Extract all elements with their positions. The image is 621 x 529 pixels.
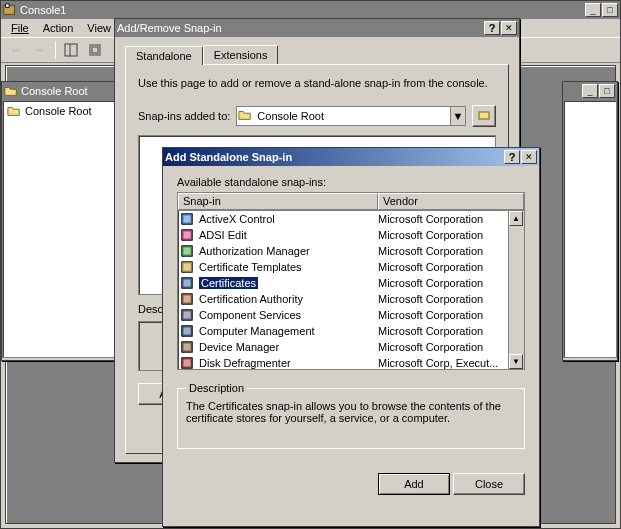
list-item[interactable]: CertificatesMicrosoft Corporation <box>178 275 524 291</box>
add-button[interactable]: Add <box>378 473 450 495</box>
added-to-input[interactable] <box>236 106 450 126</box>
snapin-list[interactable]: Snap-in Vendor ActiveX ControlMicrosoft … <box>177 192 525 370</box>
add-standalone-title: Add Standalone Snap-in <box>165 151 504 163</box>
list-item[interactable]: Device ManagerMicrosoft Corporation <box>178 339 524 355</box>
col-snapin[interactable]: Snap-in <box>178 193 378 210</box>
snapin-name: ActiveX Control <box>198 213 378 225</box>
svg-rect-26 <box>184 360 191 367</box>
right-pane: _□ <box>562 81 618 361</box>
forward-button[interactable]: → <box>29 39 51 61</box>
help-button[interactable]: ? <box>484 21 500 35</box>
list-item[interactable]: Certification AuthorityMicrosoft Corpora… <box>178 291 524 307</box>
svg-rect-5 <box>92 47 98 53</box>
snapin-name: Disk Defragmenter <box>198 357 378 369</box>
list-item[interactable]: Component ServicesMicrosoft Corporation <box>178 307 524 323</box>
snapin-icon <box>180 212 196 226</box>
svg-rect-18 <box>184 296 191 303</box>
close-dialog-button[interactable]: Close <box>453 473 525 495</box>
snapin-icon <box>180 244 196 258</box>
scrollbar[interactable]: ▲ ▼ <box>508 211 524 369</box>
snapin-vendor: Microsoft Corporation <box>378 341 524 353</box>
folder-icon <box>238 108 252 124</box>
snapin-icon <box>180 276 196 290</box>
add-standalone-dialog: Add Standalone Snap-in ? ✕ Available sta… <box>162 147 540 527</box>
snapin-icon <box>180 292 196 306</box>
toolbar-btn-1[interactable] <box>60 39 82 61</box>
snapin-icon <box>180 340 196 354</box>
dropdown-button[interactable]: ▼ <box>450 106 466 126</box>
svg-rect-10 <box>184 232 191 239</box>
snapin-icon <box>180 324 196 338</box>
tab-standalone[interactable]: Standalone <box>125 46 203 65</box>
back-button[interactable]: ← <box>5 39 27 61</box>
col-vendor[interactable]: Vendor <box>378 193 524 210</box>
add-remove-titlebar: Add/Remove Snap-in ? ✕ <box>115 19 519 37</box>
list-header: Snap-in Vendor <box>178 193 524 211</box>
svg-rect-22 <box>184 328 191 335</box>
snapin-icon <box>180 308 196 322</box>
snapin-name: Certificate Templates <box>198 261 378 273</box>
add-standalone-titlebar: Add Standalone Snap-in ? ✕ <box>163 148 539 166</box>
folder-icon <box>4 84 18 98</box>
snapins-added-label: Snap-ins added to: <box>138 110 230 122</box>
snapin-name: Certification Authority <box>198 293 378 305</box>
snapin-vendor: Microsoft Corporation <box>378 245 524 257</box>
console1-titlebar: Console1 _ □ <box>1 1 620 19</box>
list-item[interactable]: Computer ManagementMicrosoft Corporation <box>178 323 524 339</box>
instruction-text: Use this page to add or remove a stand-a… <box>138 77 496 89</box>
mmc-icon <box>3 3 17 17</box>
browse-button[interactable] <box>472 105 496 127</box>
menu-view[interactable]: View <box>81 21 117 35</box>
menu-file[interactable]: File <box>5 21 35 35</box>
tree-root-label: Console Root <box>25 105 92 117</box>
list-item[interactable]: Certificate TemplatesMicrosoft Corporati… <box>178 259 524 275</box>
snapin-name: Computer Management <box>198 325 378 337</box>
snapin-vendor: Microsoft Corporation <box>378 293 524 305</box>
list-item[interactable]: Authorization ManagerMicrosoft Corporati… <box>178 243 524 259</box>
description-group-label: Description <box>186 382 247 394</box>
list-item[interactable]: ADSI EditMicrosoft Corporation <box>178 227 524 243</box>
scroll-down-button[interactable]: ▼ <box>509 354 523 369</box>
snapin-vendor: Microsoft Corporation <box>378 229 524 241</box>
snapin-icon <box>180 228 196 242</box>
close-button[interactable]: ✕ <box>521 150 537 164</box>
svg-rect-8 <box>184 216 191 223</box>
maximize-button[interactable]: □ <box>602 3 618 17</box>
minimize-button[interactable]: _ <box>585 3 601 17</box>
snapin-vendor: Microsoft Corporation <box>378 213 524 225</box>
snapin-vendor: Microsoft Corporation <box>378 277 524 289</box>
snapin-name: Authorization Manager <box>198 245 378 257</box>
console1-title: Console1 <box>20 4 585 16</box>
list-item[interactable]: Disk DefragmenterMicrosoft Corp, Execut.… <box>178 355 524 370</box>
pane-min-button[interactable]: _ <box>582 84 598 98</box>
snapin-vendor: Microsoft Corporation <box>378 325 524 337</box>
svg-rect-1 <box>6 4 10 8</box>
scroll-up-button[interactable]: ▲ <box>509 211 523 226</box>
snapin-vendor: Microsoft Corporation <box>378 261 524 273</box>
snapin-icon <box>180 356 196 370</box>
added-to-combo[interactable]: ▼ <box>236 106 466 126</box>
list-item[interactable]: ActiveX ControlMicrosoft Corporation <box>178 211 524 227</box>
svg-rect-20 <box>184 312 191 319</box>
svg-rect-6 <box>479 112 489 119</box>
help-button[interactable]: ? <box>504 150 520 164</box>
svg-rect-14 <box>184 264 191 271</box>
add-remove-title: Add/Remove Snap-in <box>117 22 484 34</box>
snapin-name: Device Manager <box>198 341 378 353</box>
pane-max-button[interactable]: □ <box>599 84 615 98</box>
snapin-name: Component Services <box>198 309 378 321</box>
tab-extensions[interactable]: Extensions <box>203 45 279 64</box>
svg-rect-2 <box>65 44 77 56</box>
close-button[interactable]: ✕ <box>501 21 517 35</box>
description-text: The Certificates snap-in allows you to b… <box>186 400 516 438</box>
menu-action[interactable]: Action <box>37 21 80 35</box>
svg-rect-24 <box>184 344 191 351</box>
svg-rect-16 <box>184 280 191 287</box>
snapin-vendor: Microsoft Corporation <box>378 309 524 321</box>
snapin-name: Certificates <box>198 277 378 289</box>
toolbar-btn-2[interactable] <box>84 39 106 61</box>
folder-icon <box>7 104 23 118</box>
snapin-icon <box>180 260 196 274</box>
available-label: Available standalone snap-ins: <box>177 176 525 188</box>
svg-rect-12 <box>184 248 191 255</box>
